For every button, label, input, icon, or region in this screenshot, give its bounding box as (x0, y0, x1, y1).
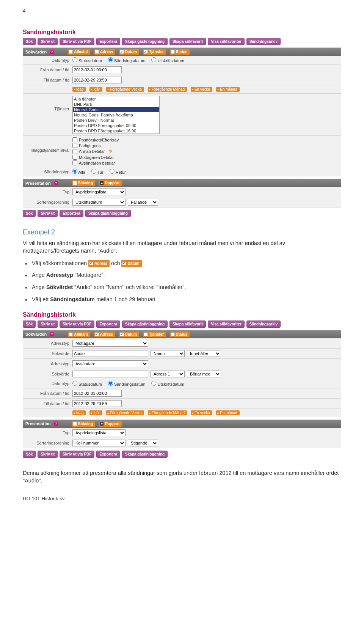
radio-sandningsdatum[interactable]: Sändningsdatum (108, 57, 146, 63)
help-icon[interactable]: ? (50, 50, 54, 54)
top-button-row: Sök Skriv ut Skriv ut via PDF Exportera … (23, 38, 341, 45)
tab-allmant[interactable]: Allmänt (68, 331, 90, 337)
presentation-label: Presentation (25, 181, 51, 185)
tab-adress[interactable]: ✓Adress (94, 331, 115, 337)
quick-idag[interactable]: ▴Idag (72, 410, 86, 415)
help-icon[interactable]: ? (54, 421, 58, 426)
bottom-button-row-1: Sök Skriv ut Exportera Skapa gästinloggn… (23, 210, 341, 217)
field-select-1[interactable]: Namn (151, 350, 185, 357)
btn-exportera[interactable]: Exportera (96, 451, 120, 458)
tab-rapport[interactable]: ●Rapport (99, 421, 122, 427)
till-input[interactable] (72, 77, 122, 83)
radio-utskriftsdatum[interactable]: Utskriftsdatum (151, 57, 184, 63)
btn-sok[interactable]: Sök (23, 38, 36, 45)
quick-igar[interactable]: ▴Igår (89, 87, 102, 92)
btn-visa-sokfav[interactable]: Visa sökfavoriter (208, 38, 244, 45)
btn-skrivut[interactable]: Skriv ut (38, 320, 58, 328)
fran-input[interactable] (72, 66, 122, 73)
chk-mottagaren[interactable]: Mottagaren betalar (72, 155, 114, 160)
btn-skrivut-pdf[interactable]: Skriv ut via PDF (60, 451, 94, 458)
quick-enmanad[interactable]: ▴En månad (216, 87, 240, 92)
sort-field-select[interactable]: Kollinummer (72, 440, 126, 446)
tab-rapport[interactable]: ●Rapport (99, 180, 122, 186)
radio-retur[interactable]: Retur (110, 169, 126, 174)
tab-datum[interactable]: ✓Datum (119, 49, 139, 55)
btn-gastinlogg[interactable]: Skapa gästinloggning (122, 451, 168, 458)
sokvarde-input-2[interactable] (72, 371, 148, 377)
btn-gastinlogg[interactable]: Skapa gästinloggning (85, 210, 131, 217)
tab-allmant[interactable]: Allmänt (68, 49, 90, 55)
chk-farligt[interactable]: Farligt gods (72, 143, 100, 148)
btn-skrivut[interactable]: Skriv ut (38, 38, 58, 45)
adresstyp-select-2[interactable]: Avsändare (72, 360, 148, 367)
tab-sokning[interactable]: Sökning (72, 421, 95, 427)
radio-tur[interactable]: Tur (91, 169, 104, 174)
btn-gastinlogg[interactable]: Skapa gästinloggning (122, 38, 168, 45)
tab-status[interactable]: Status (170, 49, 190, 55)
btn-visa-sokfav[interactable]: Visa sökfavoriter (208, 320, 244, 328)
btn-sokfavorit[interactable]: Skapa sökfavorit (169, 320, 206, 328)
btn-skrivut[interactable]: Skriv ut (38, 451, 58, 458)
btn-sok[interactable]: Sök (23, 320, 36, 328)
chk-postforskott[interactable]: Postförskott/Efterkrav (72, 137, 119, 142)
help-icon[interactable]: ? (54, 181, 58, 185)
quick-fvecka[interactable]: ▴Föregående Vecka (106, 410, 144, 415)
radio-utskriftsdatum[interactable]: Utskriftsdatum (151, 381, 184, 386)
app-title: Sändningshistorik (23, 29, 341, 36)
btn-sokfavorit[interactable]: Skapa sökfavorit (169, 38, 206, 45)
quick-fmanad[interactable]: ▴Föregående Månad (148, 87, 187, 92)
btn-gastinlogg[interactable]: Skapa gästinloggning (122, 320, 168, 328)
sort-dir-select[interactable]: Stigande (128, 440, 158, 446)
sokvarde-label: Sökvärde (23, 351, 72, 356)
sort-dir-select[interactable]: Fallande (128, 199, 158, 206)
quick-fmanad[interactable]: ▴Föregående Månad (148, 410, 187, 415)
quick-envecka[interactable]: ▴En vecka (191, 410, 212, 415)
radio-statusdatum[interactable]: Statusdatum (72, 381, 102, 386)
btn-arkiv[interactable]: Sändningsarkiv (246, 38, 281, 45)
fran-label: Från datum / tid (23, 391, 72, 396)
presentation-panel: Presentation ? Sökning ●Rapport Typ Avpr… (23, 179, 341, 207)
till-label: Till datum / tid (23, 78, 72, 82)
btn-skrivut[interactable]: Skriv ut (38, 210, 58, 217)
radio-alla[interactable]: Alla (72, 169, 85, 174)
match-select-2[interactable]: Börjar med (187, 371, 221, 377)
tab-datum[interactable]: ✓Datum (119, 331, 139, 337)
tjanster-listbox[interactable]: Alla tjänster DHL Parti Neutral Gods Neu… (72, 96, 160, 134)
fran-input[interactable] (72, 390, 122, 397)
btn-skrivut-pdf[interactable]: Skriv ut via PDF (60, 38, 94, 45)
btn-arkiv[interactable]: Sändningsarkiv (246, 320, 281, 328)
typ-select[interactable]: Avprickningslista (72, 189, 126, 195)
btn-sok[interactable]: Sök (23, 451, 36, 458)
chk-annan[interactable]: Annan betalar✲ (72, 149, 113, 154)
btn-exportera[interactable]: Exportera (60, 210, 83, 217)
gear-icon[interactable]: ✲ (109, 149, 113, 154)
sokvarden-panel: Sökvärden ? Allmänt Adress ✓Datum ✓Tjäns… (23, 47, 341, 176)
quick-fvecka[interactable]: ▴Föregående Vecka (106, 87, 144, 92)
inline-badge-adress: ✓Adress (88, 260, 110, 267)
radio-statusdatum[interactable]: Statusdatum (72, 57, 102, 63)
btn-skrivut-pdf[interactable]: Skriv ut via PDF (60, 320, 94, 328)
tab-tjanster[interactable]: ✓Tjänster (143, 49, 166, 55)
btn-sok[interactable]: Sök (23, 210, 36, 217)
adresstyp-select-1[interactable]: Mottagare (72, 340, 148, 347)
help-icon[interactable]: ? (50, 332, 54, 336)
sort-field-select[interactable]: Utskriftsdatum (72, 199, 126, 206)
field-select-2[interactable]: Adress 1 (151, 371, 185, 377)
tab-tjanster[interactable]: Tjänster (143, 331, 166, 337)
radio-sandningsdatum[interactable]: Sändningsdatum (108, 381, 146, 386)
quick-envecka[interactable]: ▴En vecka (191, 87, 212, 92)
sokvarde-input-1[interactable] (72, 350, 148, 357)
match-select-1[interactable]: Innehåller (187, 350, 221, 357)
chk-avsandaren[interactable]: Avsändaren betalar (72, 160, 115, 165)
tab-adress[interactable]: Adress (94, 49, 115, 55)
quick-enmanad[interactable]: ▴En månad (216, 410, 240, 415)
tab-sokning[interactable]: Sökning (72, 180, 95, 186)
quick-igar[interactable]: ▴Igår (89, 410, 102, 415)
btn-exportera[interactable]: Exportera (96, 320, 120, 328)
typ-select[interactable]: Avprickningslista (72, 429, 126, 436)
till-input[interactable] (72, 400, 122, 407)
tab-status[interactable]: Status (170, 331, 190, 337)
quick-idag[interactable]: ▴Idag (72, 87, 86, 92)
btn-exportera[interactable]: Exportera (96, 38, 120, 45)
bullet-list: Välj sökkombinationen ✓Adress och ✓Datum… (23, 259, 341, 304)
